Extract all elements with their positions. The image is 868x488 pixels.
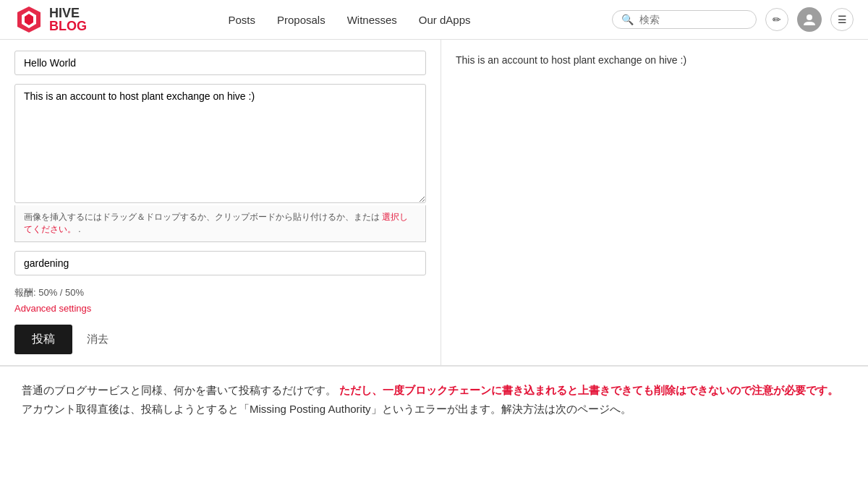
logo-text: HIVE BLOG	[49, 7, 87, 33]
avatar[interactable]	[797, 7, 822, 32]
nav-witnesses[interactable]: Witnesses	[347, 14, 397, 26]
menu-button[interactable]: ☰	[830, 8, 854, 31]
nav-our-dapps[interactable]: Our dApps	[419, 14, 471, 26]
bottom-text-part2: アカウント取得直後は、投稿しようとすると「Missing Posting Aut…	[22, 403, 631, 415]
logo: HIVE BLOG	[14, 5, 87, 34]
main-nav: Posts Proposals Witnesses Our dApps	[228, 14, 470, 26]
actions: 投稿 消去	[14, 325, 426, 354]
editor-area: 画像を挿入するにはドラッグ＆ドロップするか、クリップボードから貼り付けるか、また…	[0, 40, 441, 365]
logo-hive-text: HIVE	[49, 7, 87, 20]
logo-icon	[14, 5, 43, 34]
nav-posts[interactable]: Posts	[228, 14, 255, 26]
body-textarea[interactable]	[14, 84, 426, 203]
tags-input[interactable]	[14, 251, 426, 275]
search-icon: 🔍	[621, 14, 634, 25]
image-upload-area: 画像を挿入するにはドラッグ＆ドロップするか、クリップボードから貼り付けるか、また…	[14, 205, 426, 242]
edit-button[interactable]: ✏	[765, 8, 788, 31]
edit-icon: ✏	[773, 14, 781, 25]
search-box[interactable]: 🔍	[612, 10, 757, 29]
reward-info: 報酬: 50% / 50%	[14, 286, 426, 299]
nav-proposals[interactable]: Proposals	[277, 14, 326, 26]
search-input[interactable]	[639, 14, 747, 25]
cancel-button[interactable]: 消去	[87, 333, 109, 346]
image-upload-text: 画像を挿入するにはドラッグ＆ドロップするか、クリップボードから貼り付けるか、また…	[24, 212, 380, 222]
svg-point-3	[807, 14, 812, 20]
preview-content: This is an account to host plant exchang…	[456, 54, 686, 66]
upper-section: 画像を挿入するにはドラッグ＆ドロップするか、クリップボードから貼り付けるか、また…	[0, 40, 868, 366]
bottom-text-part1: 普通のブログサービスと同様、何かを書いて投稿するだけです。	[22, 384, 336, 396]
advanced-settings-link[interactable]: Advanced settings	[14, 303, 426, 314]
header-right: 🔍 ✏ ☰	[612, 7, 854, 32]
image-upload-end: .	[78, 224, 80, 234]
preview-area: This is an account to host plant exchang…	[441, 40, 868, 365]
bottom-text-highlight: ただし、一度ブロックチェーンに書き込まれると上書きできても削除はできないので注意…	[339, 384, 838, 396]
title-input[interactable]	[14, 51, 426, 75]
submit-button[interactable]: 投稿	[14, 325, 72, 354]
bottom-text: 普通のブログサービスと同様、何かを書いて投稿するだけです。 ただし、一度ブロック…	[0, 366, 868, 432]
logo-blog-text: BLOG	[49, 20, 87, 33]
menu-icon: ☰	[838, 14, 847, 25]
header: HIVE BLOG Posts Proposals Witnesses Our …	[0, 0, 868, 40]
avatar-icon	[802, 12, 817, 27]
